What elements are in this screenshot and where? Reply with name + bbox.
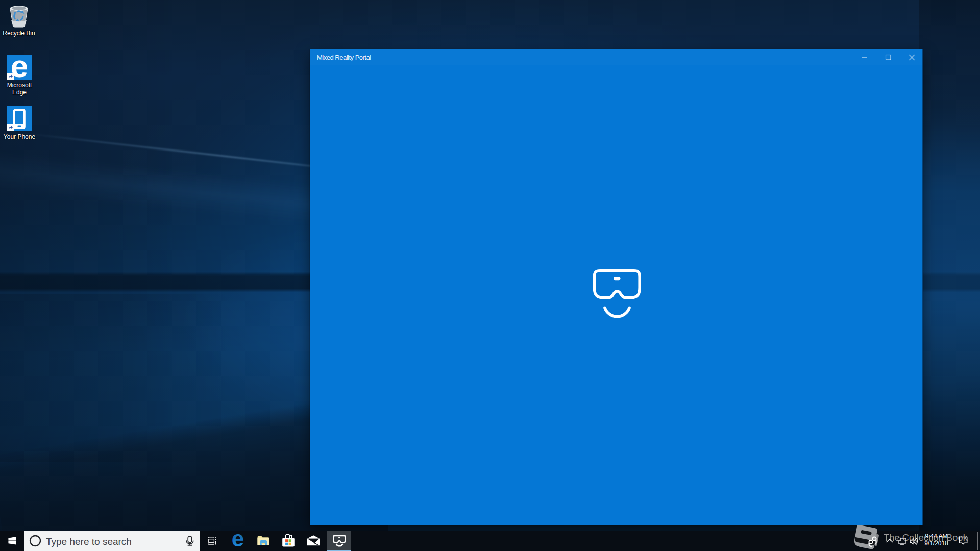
svg-text:e: e	[232, 533, 244, 548]
